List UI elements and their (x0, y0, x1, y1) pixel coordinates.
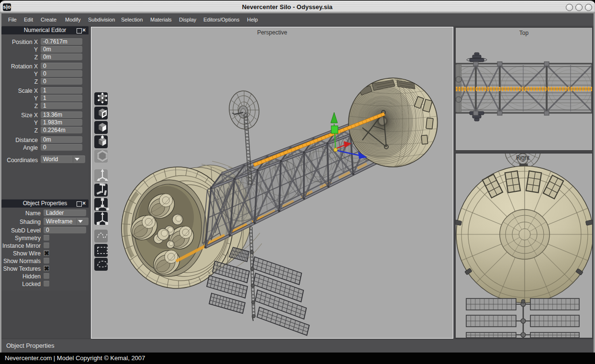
svg-text:Right: Right (516, 154, 530, 161)
